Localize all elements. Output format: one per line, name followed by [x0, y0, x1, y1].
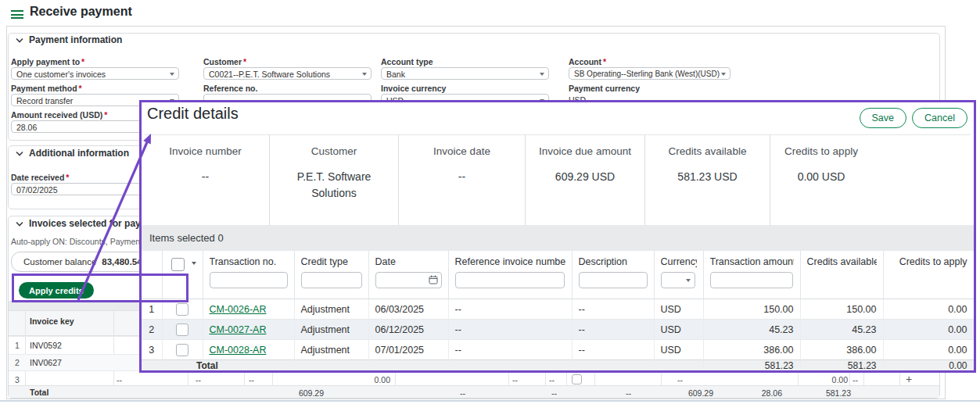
summary-customer: Customer P.E.T. Software Solutions	[270, 135, 399, 225]
menu-icon[interactable]	[11, 10, 23, 20]
chevron-down-icon	[721, 73, 726, 78]
account-type-select[interactable]: Bank	[381, 67, 549, 80]
credit-type-cell: Adjustment	[294, 320, 368, 340]
select-all-checkbox[interactable]	[171, 258, 185, 271]
total-label: Total	[142, 360, 703, 372]
required-asterisk: *	[243, 57, 246, 66]
filter-description[interactable]	[579, 272, 648, 288]
receive-payment-page: Receive payment Payment information Appl…	[0, 0, 980, 404]
reference-cell: --	[448, 299, 572, 320]
filter-transaction-no[interactable]	[210, 272, 288, 288]
summary-invoice-due-amount: Invoice due amount 609.29 USD	[526, 135, 645, 225]
transaction-link[interactable]: CM-0027-AR	[210, 324, 267, 335]
cell-value: --	[196, 375, 201, 384]
customer-select[interactable]: C0021--P.E.T. Software Solutions	[203, 67, 372, 80]
total-cell: --	[626, 388, 631, 398]
header-transaction-no: Transaction no.	[203, 251, 294, 299]
row-checkbox[interactable]	[176, 344, 188, 356]
summary-credits-to-apply: Credits to apply 0.00 USD	[770, 135, 872, 225]
page-border-left	[6, 26, 7, 399]
transaction-link[interactable]: CM-0026-AR	[210, 304, 267, 315]
cell-divider	[863, 373, 864, 385]
credits-available-cell: 45.23	[800, 320, 883, 340]
section-payment-information[interactable]: Payment information	[13, 34, 125, 45]
date-cell: 06/12/2025	[368, 320, 448, 340]
invoice-key-cell: INV0592	[30, 341, 62, 350]
credit-row-3: 3 CM-0028-AR Adjustment 07/01/2025 -- --…	[142, 340, 974, 360]
summary-invoice-date: Invoice date --	[399, 135, 526, 225]
section-title: Additional information	[29, 148, 129, 159]
cell-value: --	[512, 375, 518, 384]
invoice-key-cell: INV0627	[30, 358, 62, 367]
payment-currency-label: Payment currency	[569, 84, 640, 93]
cell-divider	[244, 373, 245, 385]
credits-to-apply-cell[interactable]: 0.00	[883, 299, 974, 320]
row-number: 2	[9, 358, 25, 367]
save-button[interactable]: Save	[860, 108, 907, 128]
cell-divider	[188, 373, 188, 385]
chevron-down-icon	[16, 221, 23, 227]
cell-divider	[899, 373, 900, 385]
amount-received-label: Amount received (USD)*	[11, 110, 107, 120]
summary-credits-available: Credits available 581.23 USD	[645, 135, 770, 225]
transaction-amount-cell: 45.23	[703, 320, 800, 340]
summary-invoice-number: Invoice number --	[142, 135, 270, 225]
header-currency: Currency	[654, 251, 703, 299]
row-number: 3	[142, 340, 162, 360]
reference-no-label: Reference no.	[203, 84, 257, 93]
credits-to-apply-cell[interactable]: 0.00	[883, 340, 974, 360]
credit-row-1: 1 CM-0026-AR Adjustment 06/03/2025 -- --…	[142, 299, 974, 320]
add-row-icon[interactable]: +	[906, 373, 912, 385]
description-cell: --	[572, 299, 654, 320]
credits-available-cell: 386.00	[800, 340, 883, 360]
row-number: 1	[9, 341, 25, 350]
filter-currency[interactable]	[661, 272, 695, 288]
cancel-button[interactable]: Cancel	[912, 108, 967, 128]
header-reference-invoice-number: Reference invoice number	[448, 251, 572, 299]
chevron-down-icon	[362, 73, 367, 78]
cell-value: --	[677, 375, 683, 384]
credits-to-apply-cell[interactable]: 0.00	[883, 320, 974, 340]
apply-payment-to-label: Apply payment to*	[11, 57, 84, 66]
currency-cell: USD	[654, 320, 703, 340]
cell-divider	[113, 373, 114, 385]
cell-divider	[661, 373, 662, 385]
filter-credit-type[interactable]	[301, 272, 362, 288]
header-description: Description	[572, 251, 654, 299]
credit-type-cell: Adjustment	[294, 340, 368, 360]
apply-payment-to-select[interactable]: One customer's invoices	[11, 67, 179, 80]
total-cell: 28.06	[734, 388, 782, 398]
total-cell: 609.29	[275, 388, 324, 398]
apply-credits-button[interactable]: Apply credits	[19, 282, 94, 299]
header-rownum	[142, 251, 162, 299]
chevron-down-icon	[540, 73, 544, 78]
section-additional-information[interactable]: Additional information	[13, 148, 132, 159]
chevron-down-icon	[686, 279, 691, 284]
total-cell: --	[551, 388, 557, 398]
summary-spacer	[872, 135, 974, 225]
credits-available-cell: 150.00	[800, 299, 883, 320]
date-received-label: Date received*	[11, 173, 69, 182]
currency-cell: USD	[654, 299, 703, 320]
row-checkbox[interactable]	[572, 374, 582, 384]
credits-table: Transaction no. Credit type Date	[142, 251, 975, 371]
calendar-icon	[429, 275, 438, 284]
total-cell: 581.23	[802, 388, 851, 398]
credits-total-row: Total 581.23 581.23 0.00	[142, 360, 974, 372]
filter-reference-invoice-number[interactable]	[455, 272, 565, 288]
date-cell: 07/01/2025	[368, 340, 448, 360]
cell-divider	[545, 373, 546, 385]
cell-value: 0.00	[342, 375, 390, 384]
modal-title: Credit details	[147, 105, 239, 123]
credit-details-modal: Credit details Save Cancel Invoice numbe…	[139, 100, 976, 373]
account-select[interactable]: SB Operating--Sterling Bank (West)(USD)	[569, 67, 731, 80]
row-divider	[9, 385, 939, 386]
transaction-link[interactable]: CM-0028-AR	[210, 345, 267, 356]
credit-summary: Invoice number -- Customer P.E.T. Softwa…	[142, 135, 974, 225]
row-checkbox[interactable]	[176, 303, 188, 316]
header-credits-available: Credits available	[800, 251, 883, 299]
row-checkbox[interactable]	[176, 324, 188, 336]
description-cell: --	[572, 340, 654, 360]
filter-transaction-amount[interactable]	[710, 272, 793, 288]
reference-cell: --	[448, 320, 572, 340]
